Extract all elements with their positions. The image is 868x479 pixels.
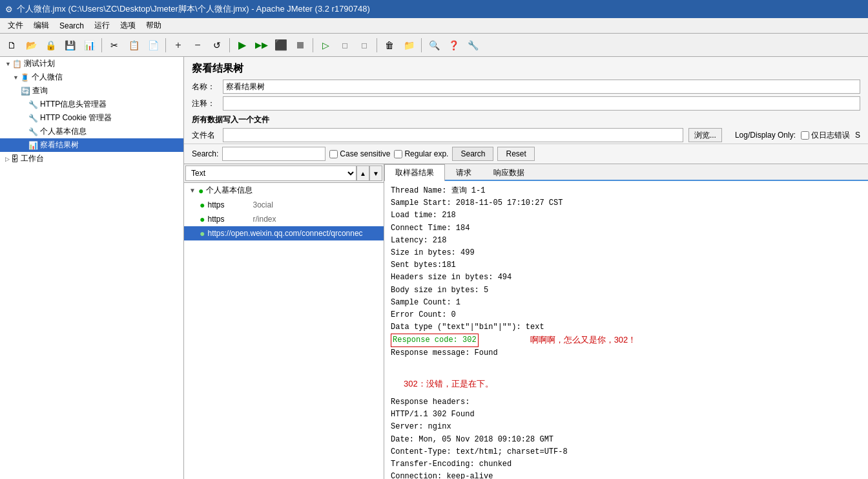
report-button[interactable]: 📊 [80,36,98,54]
run-button[interactable]: ▶ [233,36,251,54]
sidebar-item-workbench[interactable]: ▷ 🗄 工作台 [0,152,183,165]
menu-file[interactable]: 文件 [3,19,28,32]
menu-search[interactable]: Search [54,20,89,32]
result-item-label: https [207,215,224,224]
remove-button[interactable]: − [189,36,207,54]
test-plan-icon: 📋 [12,59,22,69]
regex-label[interactable]: Regular exp. [394,149,448,158]
result-tree-item-qrconnect[interactable]: ● https://open.weixin.qq.com/connect/qrc… [184,226,384,240]
result-item-suffix: r/index [253,215,276,224]
browse-button[interactable]: 浏览... [688,128,722,142]
expand-button[interactable]: 🔧 [464,36,482,54]
save-button[interactable]: 💾 [61,36,79,54]
remote-start-button[interactable]: ▷ [316,36,335,54]
paste-button[interactable]: 📄 [144,36,162,54]
sidebar-item-label: HTTP信息头管理器 [40,99,107,110]
text-selector[interactable]: Text [185,165,356,181]
result-tree-item-https1[interactable]: ● https 3ocial [184,198,384,212]
filename-input[interactable] [223,128,683,142]
content-area: 察看结果树 名称： 注释： 所有数据写入一个文件 文件名 浏览... Log/D… [184,57,868,479]
search-label: Search: [192,149,218,158]
copy-button[interactable]: 📋 [125,36,143,54]
workbench-icon: 🗄 [11,154,19,164]
detail-line-body-size: Body size in bytes: 5 [391,284,862,297]
errors-only-checkbox[interactable] [801,131,809,140]
sidebar-item-label: HTTP Cookie 管理器 [40,112,112,123]
green-status-icon: ● [198,186,203,196]
personal-info-icon: 🔧 [28,127,38,136]
case-sensitive-checkbox[interactable] [329,150,338,158]
browse-button[interactable]: 📁 [400,36,418,54]
arrow-icon: ▼ [5,61,11,67]
name-label: 名称： [192,81,218,92]
detail-line-connect: Connect Time: 184 [391,222,862,235]
sidebar-item-http-header[interactable]: 🔧 HTTP信息头管理器 [0,98,183,111]
new-button[interactable]: 🗋 [3,36,21,54]
menu-help[interactable]: 帮助 [141,19,167,32]
errors-only-label[interactable]: 仅日志错误 [801,130,850,141]
title-icon: ⚙ [5,5,13,14]
detail-line-resp-headers: Response headers: [391,396,862,409]
down-button[interactable]: ▼ [369,165,382,181]
panel-title: 察看结果树 [184,57,868,78]
result-item-suffix: 3ocial [253,200,273,209]
name-input[interactable] [223,80,860,94]
comment-input[interactable] [223,96,860,111]
menu-edit[interactable]: 编辑 [28,19,54,32]
up-button[interactable]: ▲ [356,165,369,181]
menu-run[interactable]: 运行 [89,19,115,32]
remote-stop-all-button[interactable]: ◻ [355,36,373,54]
stop-now-button[interactable]: ⏹ [291,36,309,54]
case-sensitive-label[interactable]: Case sensitive [329,149,390,158]
result-tree-item-https2[interactable]: ● https r/index [184,212,384,226]
file-and-log-row: 文件名 浏览... Log/Display Only: 仅日志错误 S [184,127,868,144]
sidebar-item-query[interactable]: 🔄 查询 [0,84,183,98]
menu-options[interactable]: 选项 [115,19,141,32]
detail-line-transfer: Transfer-Encoding: chunked [391,458,862,471]
result-tree-item-personal-info[interactable]: ▼ ● 个人基本信息 [184,183,384,198]
sidebar-item-personal-weixin[interactable]: ▼ 🧵 个人微信 [0,70,183,84]
clear-button[interactable]: ↺ [208,36,226,54]
sidebar-item-view-results[interactable]: 📊 察看结果树 [0,138,183,152]
add-button[interactable]: + [169,36,187,54]
save-lock-button[interactable]: 🔒 [41,36,59,54]
tab-sampler-results[interactable]: 取样器结果 [384,164,445,181]
annotation-2: 302：没错，正是在下。 [404,379,493,389]
open-button[interactable]: 📂 [22,36,40,54]
remote-stop-button[interactable]: ◻ [336,36,354,54]
cut-button[interactable]: ✂ [105,36,123,54]
reset-button[interactable]: Reset [497,147,534,161]
sidebar-item-http-cookie[interactable]: 🔧 HTTP Cookie 管理器 [0,111,183,125]
toolbar-sep-5 [377,38,377,52]
help-button[interactable]: ❓ [444,36,462,54]
find-button[interactable]: 🔍 [425,36,443,54]
vrt-panel: 察看结果树 名称： 注释： 所有数据写入一个文件 文件名 浏览... Log/D… [184,57,868,479]
selector-buttons: ▲ ▼ [356,165,382,181]
tabs-bar: 取样器结果 请求 响应数据 [384,164,868,181]
regex-checkbox[interactable] [394,150,402,158]
detail-line-size: Size in bytes: 499 [391,247,862,259]
results-tree: Text ▲ ▼ ▼ ● 个人基本信息 ● [184,164,384,479]
detail-line-date: Date: Mon, 05 Nov 2018 09:10:28 GMT [391,434,862,446]
toolbar-sep-3 [229,38,230,52]
sidebar-item-test-plan[interactable]: ▼ 📋 测试计划 [0,57,183,70]
detail-line-load: Load time: 218 [391,209,862,222]
clear-all-button[interactable]: 🗑 [380,36,398,54]
search-input[interactable] [222,147,326,161]
sidebar-item-label: 工作台 [21,153,44,164]
stop-button[interactable]: ⬛ [272,36,290,54]
annotation-1: 啊啊啊，怎么又是你，302！ [530,334,637,347]
sidebar-item-personal-info[interactable]: 🔧 个人基本信息 [0,125,183,138]
detail-line-content-type: Content-Type: text/html; charset=UTF-8 [391,446,862,458]
green-status-icon: ● [200,200,205,210]
response-code-highlight: Response code: 302 [391,334,479,347]
sidebar-item-label: 察看结果树 [40,140,79,151]
detail-line-start: Sample Start: 2018-11-05 17:10:27 CST [391,197,862,209]
menu-bar: 文件 编辑 Search 运行 选项 帮助 [0,18,868,34]
tab-response-data[interactable]: 响应数据 [482,164,535,181]
run-no-pause-button[interactable]: ▶▶ [253,36,271,54]
selector-bar: Text ▲ ▼ [184,164,384,183]
search-button[interactable]: Search [452,147,493,161]
result-item-label: https://open.weixin.qq.com/connect/qrcon… [207,229,362,238]
tab-request[interactable]: 请求 [445,164,482,181]
